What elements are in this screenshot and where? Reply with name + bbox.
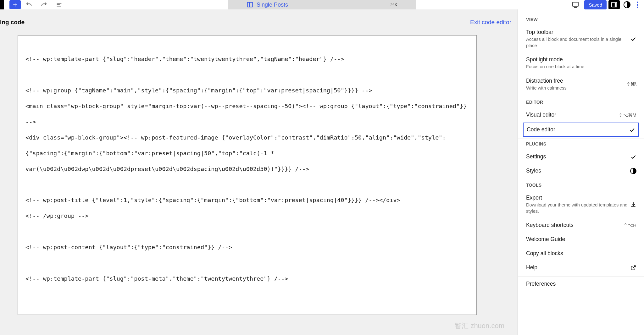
list-icon [56,1,63,8]
menu-keyboard-shortcuts[interactable]: Keyboard shortcuts ⌃⌥H [518,218,644,232]
section-header-editor: EDITOR [518,97,644,108]
wp-logo-edge [0,0,4,9]
undo-icon [25,1,32,8]
shortcut-label: ⇧⌘\ [626,81,636,87]
desktop-icon [572,1,579,8]
menu-visual-editor[interactable]: Visual editor ⇧⌥⌘M [518,108,644,122]
layout-icon [247,1,253,8]
menu-spotlight-mode[interactable]: Spotlight mode Focus on one block at a t… [518,52,644,74]
toolbar-right: Saved [569,0,644,9]
exit-code-editor-link[interactable]: Exit code editor [470,19,511,26]
main-area: ing code Exit code editor <!-- wp:templa… [0,9,644,335]
editing-code-label: ing code [0,19,25,26]
half-circle-icon [624,1,630,8]
menu-settings[interactable]: Settings [518,150,644,164]
section-header-tools: TOOLS [518,180,644,191]
section-header-view: VIEW [518,14,644,25]
check-icon [629,127,635,133]
save-button[interactable]: Saved [584,0,607,9]
menu-copy-all-blocks[interactable]: Copy all blocks [518,246,644,261]
svg-rect-3 [247,3,253,7]
add-block-button[interactable] [9,0,21,9]
menu-export[interactable]: Export Download your theme with updated … [518,191,644,218]
document-overview-button[interactable] [52,0,66,9]
redo-button[interactable] [37,0,51,9]
menu-welcome-guide[interactable]: Welcome Guide [518,232,644,246]
menu-code-editor[interactable]: Code editor [523,123,639,137]
check-icon [630,36,636,42]
styles-toggle[interactable] [622,1,632,8]
menu-distraction-free[interactable]: Distraction free Write with calmness ⇧⌘\ [518,74,644,95]
options-menu-button[interactable] [634,2,641,8]
section-header-plugins: PLUGINS [518,139,644,150]
code-editor-textarea[interactable]: <!-- wp:template-part {"slug":"header","… [18,35,477,315]
toolbar-left [0,0,66,9]
editor-header: ing code Exit code editor [0,9,518,30]
template-title: Single Posts [257,2,288,8]
undo-button[interactable] [22,0,36,9]
half-circle-icon [630,168,636,174]
editor-area: ing code Exit code editor <!-- wp:templa… [0,9,518,335]
redo-icon [41,1,47,8]
menu-top-toolbar[interactable]: Top toolbar Access all block and documen… [518,25,644,52]
template-selector[interactable]: Single Posts ⌘K [228,0,416,9]
view-button[interactable] [569,0,582,9]
external-link-icon [630,265,636,271]
options-sidebar: VIEW Top toolbar Access all block and do… [518,9,644,335]
shortcut-label: ⇧⌥⌘M [619,112,637,118]
menu-styles[interactable]: Styles [518,164,644,178]
download-icon [630,201,636,208]
settings-panel-toggle[interactable] [608,0,620,9]
svg-rect-8 [615,3,617,7]
plus-icon [12,2,18,8]
check-icon [630,154,636,160]
sidebar-icon [611,1,618,8]
watermark: 智汇 zhuon.com [455,321,504,331]
command-shortcut: ⌘K [390,2,397,7]
menu-preferences[interactable]: Preferences [518,277,644,288]
shortcut-label: ⌃⌥H [624,222,636,228]
top-toolbar: Single Posts ⌘K Saved [0,0,644,9]
svg-rect-5 [573,2,578,6]
menu-help[interactable]: Help [518,261,644,275]
